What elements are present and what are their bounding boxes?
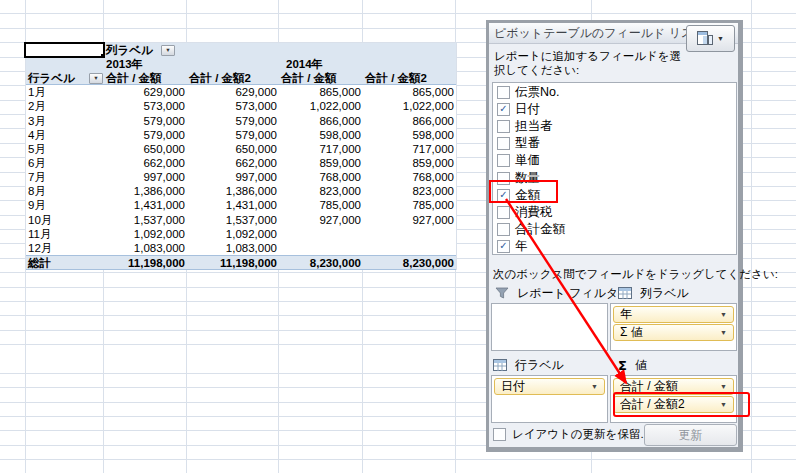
field-list-item[interactable]: ✓金額 — [493, 187, 736, 204]
selected-cell[interactable] — [24, 42, 105, 58]
field-list-item[interactable]: 型番 — [493, 135, 736, 152]
row-filter-dropdown-button[interactable]: ▼ — [89, 73, 103, 84]
chevron-down-icon[interactable]: ▼ — [720, 329, 727, 336]
field-list-item[interactable]: 単価 — [493, 152, 736, 169]
update-button[interactable]: 更新 — [644, 424, 737, 446]
value-cell[interactable]: 866,000 — [279, 114, 363, 128]
row-label-cell[interactable]: 11月 — [26, 227, 104, 241]
area-field-button[interactable]: 合計 / 金額▼ — [613, 378, 734, 395]
row-label-cell[interactable]: 5月 — [26, 142, 104, 156]
field-checkbox[interactable] — [497, 137, 510, 150]
area-field-button[interactable]: 日付▼ — [494, 378, 605, 395]
value-cell[interactable]: 11,198,000 — [187, 256, 279, 269]
area-field-button[interactable]: 年▼ — [613, 306, 734, 323]
field-checkbox[interactable]: ✓ — [497, 189, 510, 202]
value-header[interactable]: 合計 / 金額2 — [365, 71, 427, 85]
value-cell[interactable]: 650,000 — [104, 142, 187, 156]
value-cell[interactable]: 573,000 — [187, 99, 279, 113]
row-labels-dropzone[interactable]: 日付▼ — [491, 375, 608, 423]
value-cell[interactable]: 1,083,000 — [187, 241, 279, 255]
value-cell[interactable]: 629,000 — [104, 85, 187, 99]
report-filter-dropzone[interactable] — [491, 303, 608, 351]
row-label-cell[interactable]: 1月 — [26, 85, 104, 99]
value-cell[interactable]: 1,386,000 — [104, 184, 187, 198]
value-cell[interactable]: 1,092,000 — [187, 227, 279, 241]
value-cell[interactable]: 1,431,000 — [104, 198, 187, 212]
field-list-item[interactable]: 数量 — [493, 169, 736, 186]
row-label-cell[interactable]: 8月 — [26, 184, 104, 198]
value-cell[interactable]: 573,000 — [104, 99, 187, 113]
value-cell[interactable]: 717,000 — [363, 142, 456, 156]
chevron-down-icon[interactable]: ▼ — [720, 311, 727, 318]
value-cell[interactable]: 785,000 — [279, 198, 363, 212]
row-label-cell[interactable]: 6月 — [26, 156, 104, 170]
chevron-down-icon[interactable]: ▼ — [720, 401, 727, 408]
column-filter-dropdown-button[interactable]: ▼ — [161, 45, 175, 56]
row-label-cell[interactable]: 3月 — [26, 114, 104, 128]
field-list-item[interactable]: 消費税 — [493, 204, 736, 221]
value-cell[interactable] — [363, 241, 456, 255]
chevron-down-icon[interactable]: ▼ — [591, 383, 598, 390]
value-cell[interactable]: 579,000 — [104, 128, 187, 142]
value-cell[interactable]: 8,230,000 — [363, 256, 456, 269]
value-cell[interactable]: 650,000 — [187, 142, 279, 156]
row-label-cell[interactable]: 10月 — [26, 213, 104, 227]
defer-layout-update-checkbox[interactable] — [493, 428, 506, 441]
value-cell[interactable]: 859,000 — [279, 156, 363, 170]
value-cell[interactable]: 1,092,000 — [104, 227, 187, 241]
value-cell[interactable] — [279, 227, 363, 241]
value-cell[interactable]: 823,000 — [363, 184, 456, 198]
value-cell[interactable]: 8,230,000 — [279, 256, 363, 269]
value-header[interactable]: 合計 / 金額 — [281, 71, 337, 85]
field-checkbox[interactable]: ✓ — [497, 103, 510, 116]
value-cell[interactable]: 717,000 — [279, 142, 363, 156]
value-cell[interactable]: 1,083,000 — [104, 241, 187, 255]
field-checkbox[interactable]: ✓ — [497, 240, 510, 253]
values-dropzone[interactable]: 合計 / 金額▼合計 / 金額2▼ — [610, 375, 737, 423]
value-cell[interactable]: 1,386,000 — [187, 184, 279, 198]
field-list-item[interactable]: 伝票No. — [493, 84, 736, 101]
value-cell[interactable]: 629,000 — [187, 85, 279, 99]
field-checkbox[interactable] — [497, 206, 510, 219]
value-cell[interactable]: 579,000 — [187, 128, 279, 142]
value-cell[interactable]: 866,000 — [363, 114, 456, 128]
value-cell[interactable] — [363, 227, 456, 241]
value-cell[interactable]: 997,000 — [104, 170, 187, 184]
row-label-cell[interactable]: 2月 — [26, 99, 104, 113]
value-cell[interactable]: 865,000 — [279, 85, 363, 99]
value-cell[interactable]: 1,022,000 — [279, 99, 363, 113]
field-checkbox[interactable] — [497, 120, 510, 133]
field-list-item[interactable]: 合計金額 — [493, 221, 736, 238]
value-cell[interactable]: 997,000 — [187, 170, 279, 184]
value-header[interactable]: 合計 / 金額 — [106, 71, 162, 85]
row-label-cell[interactable]: 7月 — [26, 170, 104, 184]
area-field-button[interactable]: Σ 値▼ — [613, 324, 734, 341]
year-2014-header[interactable]: 2014年 — [286, 57, 323, 71]
value-cell[interactable]: 768,000 — [363, 170, 456, 184]
value-cell[interactable] — [279, 241, 363, 255]
value-cell[interactable]: 579,000 — [187, 114, 279, 128]
value-cell[interactable]: 859,000 — [363, 156, 456, 170]
value-cell[interactable]: 823,000 — [279, 184, 363, 198]
value-cell[interactable]: 1,022,000 — [363, 99, 456, 113]
value-cell[interactable]: 927,000 — [279, 213, 363, 227]
value-cell[interactable]: 598,000 — [279, 128, 363, 142]
row-label-cell[interactable]: 総計 — [26, 256, 104, 269]
field-list-item[interactable]: ✓年 — [493, 238, 736, 255]
value-cell[interactable]: 662,000 — [187, 156, 279, 170]
value-cell[interactable]: 579,000 — [104, 114, 187, 128]
value-cell[interactable]: 598,000 — [363, 128, 456, 142]
value-cell[interactable]: 768,000 — [279, 170, 363, 184]
value-cell[interactable]: 1,537,000 — [187, 213, 279, 227]
column-labels-dropzone[interactable]: 年▼Σ 値▼ — [610, 303, 737, 351]
field-list-item[interactable]: 担当者 — [493, 118, 736, 135]
value-cell[interactable]: 11,198,000 — [104, 256, 187, 269]
year-2013-header[interactable]: 2013年 — [106, 57, 143, 71]
row-label-cell[interactable]: 9月 — [26, 198, 104, 212]
field-checkbox[interactable] — [497, 223, 510, 236]
field-list-layout-button[interactable]: ▼ — [686, 25, 735, 52]
row-label-cell[interactable]: 12月 — [26, 241, 104, 255]
value-cell[interactable]: 785,000 — [363, 198, 456, 212]
field-checkbox[interactable] — [497, 154, 510, 167]
field-checkbox[interactable] — [497, 172, 510, 185]
